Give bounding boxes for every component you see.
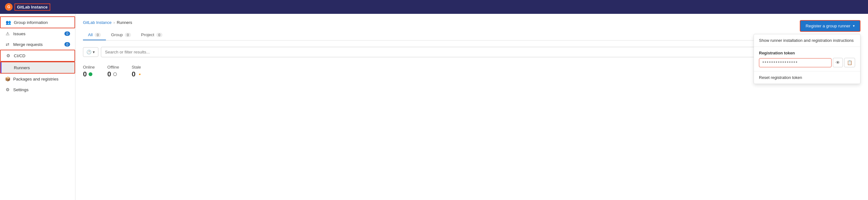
registration-token-section: Registration token 👁 📋 xyxy=(754,47,860,72)
show-instructions-item[interactable]: Show runner installation and registratio… xyxy=(754,34,860,47)
brand-name: GitLab Instance xyxy=(14,3,50,11)
tab-all[interactable]: All 0 xyxy=(83,30,106,40)
sidebar-item-label: Group information xyxy=(14,20,48,25)
sidebar-item-runners[interactable]: Runners xyxy=(0,62,75,74)
stat-stale: Stale 0🔸 xyxy=(132,65,142,78)
search-row: 🕐 ▾ 🔍 Created date ▾ xyxy=(83,47,861,57)
tab-project-label: Project xyxy=(141,32,154,37)
issues-icon: ⚠ xyxy=(5,31,10,36)
sidebar-item-label: Settings xyxy=(13,87,29,92)
sidebar-item-merge-requests[interactable]: ⇄ Merge requests 0 xyxy=(0,39,75,50)
show-instructions-label: Show runner installation and registratio… xyxy=(759,38,854,43)
packages-icon: 📦 xyxy=(5,77,10,81)
stats-row: Online 0 Offline 0 Stale 0🔸 xyxy=(83,65,861,78)
breadcrumb-current: Runners xyxy=(117,20,132,25)
copy-icon: 📋 xyxy=(847,60,852,65)
register-button-label: Register a group runner xyxy=(805,24,850,28)
stat-offline: Offline 0 xyxy=(107,65,119,78)
registration-token-input[interactable] xyxy=(759,58,832,67)
logo-letter: G xyxy=(5,3,12,11)
tabs-container: All 0 Group 0 Project 0 xyxy=(83,30,861,40)
reset-token-label: Reset registration token xyxy=(759,75,802,80)
stat-offline-label: Offline xyxy=(107,65,119,69)
stat-offline-value: 0 xyxy=(107,70,119,78)
tab-group[interactable]: Group 0 xyxy=(106,30,136,40)
registration-token-title: Registration token xyxy=(759,51,855,55)
tab-project-count: 0 xyxy=(156,33,162,37)
issues-badge: 0 xyxy=(64,31,70,36)
register-group-runner-button[interactable]: Register a group runner ▾ xyxy=(800,20,861,32)
reset-token-item[interactable]: Reset registration token xyxy=(754,72,860,84)
sidebar-item-label: Packages and registries xyxy=(13,77,58,81)
search-history-button[interactable]: 🕐 ▾ xyxy=(83,47,98,57)
sidebar-item-label: CI/CD xyxy=(14,54,26,58)
search-input-wrapper: 🔍 xyxy=(101,47,822,57)
breadcrumb: GitLab Instance › Runners xyxy=(83,20,861,25)
sidebar-item-label: Runners xyxy=(14,65,30,70)
top-navigation: G GitLab Instance xyxy=(0,0,868,14)
sidebar-item-label: Issues xyxy=(13,31,26,36)
tab-group-label: Group xyxy=(111,32,123,37)
chevron-down-icon: ▾ xyxy=(853,24,855,28)
sidebar: 👥 Group information ⚠ Issues 0 ⇄ Merge r… xyxy=(0,14,75,200)
token-copy-button[interactable]: 📋 xyxy=(844,58,855,67)
breadcrumb-separator: › xyxy=(114,20,115,25)
stat-online-value: 0 xyxy=(83,70,95,78)
sidebar-item-label: Merge requests xyxy=(13,42,43,47)
stat-online-label: Online xyxy=(83,65,95,69)
sidebar-item-group-information[interactable]: 👥 Group information xyxy=(0,16,75,28)
tab-project[interactable]: Project 0 xyxy=(136,30,167,40)
tab-group-count: 0 xyxy=(125,33,131,37)
stale-indicator-icon: 🔸 xyxy=(137,72,142,77)
settings-icon: ⚙ xyxy=(5,87,10,92)
token-row: 👁 📋 xyxy=(759,58,855,67)
main-content: GitLab Instance › Runners All 0 Group 0 … xyxy=(75,14,868,200)
eye-icon: 👁 xyxy=(836,60,840,65)
breadcrumb-link[interactable]: GitLab Instance xyxy=(83,20,112,25)
token-reveal-button[interactable]: 👁 xyxy=(833,58,843,67)
group-info-icon: 👥 xyxy=(6,20,11,25)
merge-requests-badge: 0 xyxy=(64,42,70,47)
sidebar-item-settings[interactable]: ⚙ Settings xyxy=(0,84,75,95)
offline-indicator-icon xyxy=(113,72,117,76)
stat-stale-value: 0🔸 xyxy=(132,70,142,78)
register-dropdown-panel: Show runner installation and registratio… xyxy=(754,34,861,84)
sidebar-item-packages[interactable]: 📦 Packages and registries xyxy=(0,74,75,84)
online-indicator-icon xyxy=(89,72,92,76)
history-icon: 🕐 xyxy=(86,50,91,54)
stat-online: Online 0 xyxy=(83,65,95,78)
chevron-down-icon: ▾ xyxy=(93,50,95,54)
stat-stale-label: Stale xyxy=(132,65,142,69)
sidebar-item-cicd[interactable]: ⚙ CI/CD xyxy=(0,50,75,62)
runners-icon xyxy=(6,65,11,70)
merge-requests-icon: ⇄ xyxy=(5,42,10,47)
tab-all-label: All xyxy=(88,32,93,37)
tab-all-count: 0 xyxy=(95,33,101,37)
sidebar-item-issues[interactable]: ⚠ Issues 0 xyxy=(0,28,75,39)
cicd-icon: ⚙ xyxy=(6,53,11,58)
search-input[interactable] xyxy=(101,47,822,57)
brand-logo[interactable]: G GitLab Instance xyxy=(5,3,50,11)
